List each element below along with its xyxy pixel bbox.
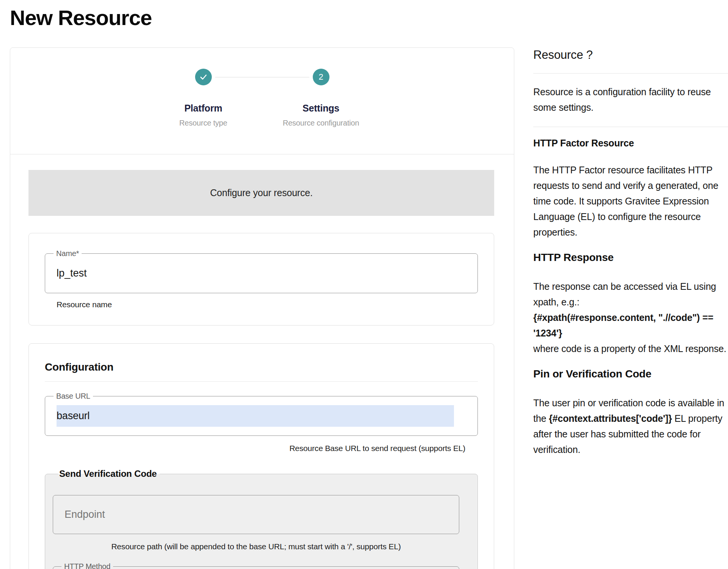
info-banner: Configure your resource. [28,170,494,216]
content-row: Platform Resource type 2 Settings Resour… [10,47,728,569]
base-url-value: baseurl [57,405,454,427]
configuration-divider [45,381,478,382]
stepper: Platform Resource type 2 Settings Resour… [10,48,514,154]
stepper-connector [215,77,309,77]
step-completed-indicator [195,69,212,85]
help-panel: Resource ? Resource is a configuration f… [533,47,728,469]
info-banner-text: Configure your resource. [210,187,312,198]
new-resource-card: Platform Resource type 2 Settings Resour… [10,47,514,569]
help-heading-http-factor: HTTP Factor Resource [533,138,728,149]
help-text-pin: The user pin or verification code is ava… [533,395,728,457]
base-url-field: Base URL baseurl [45,396,478,436]
http-method-label: HTTP Method [61,562,113,569]
send-verification-code-legend: Send Verification Code [58,468,160,479]
help-heading-pin: Pin or Verification Code [533,368,728,380]
page-title: New Resource [10,5,728,30]
name-card: Name* Resource name [28,233,494,325]
stepper-step-settings[interactable]: 2 Settings Resource configuration [262,69,380,154]
help-text-http-response: The response can be accessed via EL usin… [533,279,728,357]
base-url-label: Base URL [54,391,93,401]
step-number-indicator: 2 [313,69,329,85]
help-response-outro: where code is a property of the XML resp… [533,341,728,357]
step-sublabel-settings: Resource configuration [283,119,359,127]
step-content: Configure your resource. Name* Resource … [10,170,514,569]
configuration-card: Configuration Base URL baseurl Resource … [28,343,494,569]
help-text-http-factor: The HTTP Factor resource facilitates HTT… [533,162,728,240]
configuration-heading: Configuration [45,361,478,373]
step-sublabel-platform: Resource type [179,119,227,127]
base-url-input[interactable]: baseurl [45,396,477,435]
step-label-settings: Settings [303,103,339,114]
help-response-code: {#xpath(#response.content, ".//code") ==… [533,310,728,341]
endpoint-input[interactable] [53,495,459,534]
endpoint-hint: Resource path (will be appended to the b… [53,542,459,551]
help-response-intro: The response can be accessed via EL usin… [533,279,728,310]
http-method-field[interactable]: HTTP Method [53,566,459,569]
step-label-platform: Platform [184,103,222,114]
name-input[interactable] [45,254,477,293]
help-intro: Resource is a configuration facility to … [533,84,728,115]
base-url-hint: Resource Base URL to send request (suppo… [45,444,465,453]
new-resource-page: New Resource Platform Resource type [0,0,728,569]
divider [533,127,728,127]
send-verification-code-group: Send Verification Code Resource path (wi… [45,468,478,569]
check-icon [199,73,208,81]
help-title: Resource ? [533,48,728,62]
divider [533,73,728,74]
name-field-hint: Resource name [57,300,478,309]
help-heading-http-response: HTTP Response [533,251,728,264]
help-pin-code: {#context.attributes['code']} [549,413,672,424]
name-field: Name* [45,253,478,293]
stepper-step-platform[interactable]: Platform Resource type [145,69,262,154]
